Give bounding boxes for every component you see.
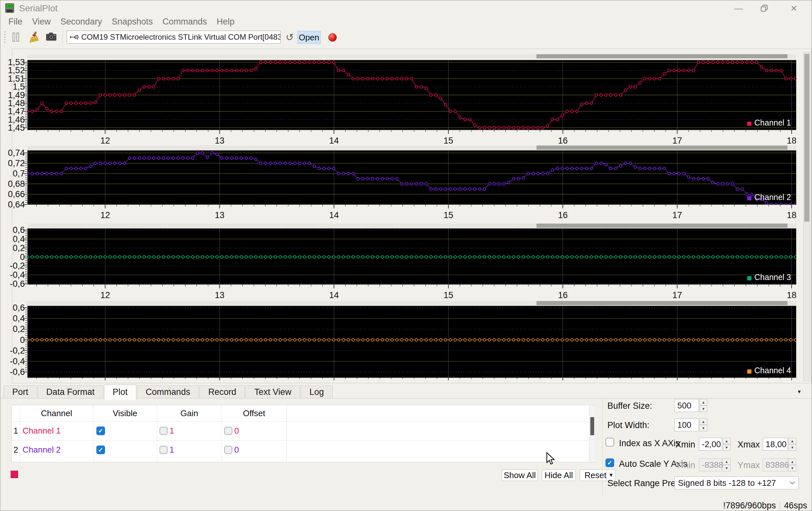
channel-name[interactable]: Channel 2	[20, 440, 96, 459]
offset-checkbox[interactable]	[224, 427, 232, 435]
plot-hscroll-thumb[interactable]	[536, 223, 787, 228]
plot-channel-3[interactable]: 0,60,40,20-0,2-0,4-0,612131415161718Chan…	[0, 221, 812, 301]
svg-text:0,4: 0,4	[12, 314, 25, 323]
offset-value[interactable]: 0	[234, 426, 239, 436]
port-selector-value: COM19 STMicroelectronics STLink Virtual …	[81, 33, 281, 42]
svg-text:0,2: 0,2	[12, 243, 25, 253]
visible-checkbox[interactable]: ✓	[96, 446, 105, 454]
xmax-label: Xmax	[737, 440, 760, 450]
tab-overflow-button[interactable]: ▾	[798, 388, 801, 395]
plot-width-spinbox[interactable]: 100 ▲▼	[674, 419, 707, 431]
ymax-arrows: ▲▼	[788, 458, 796, 471]
legend-swatch	[747, 276, 751, 280]
svg-text:-0,2: -0,2	[10, 346, 25, 355]
pause-button[interactable]	[12, 33, 21, 42]
gain-checkbox[interactable]	[160, 427, 168, 435]
minimize-button[interactable]: —	[731, 4, 746, 13]
ymin-value: -8388	[699, 458, 722, 471]
xmin-arrows[interactable]: ▲▼	[723, 438, 730, 451]
toolbar-drag-handle[interactable]	[4, 31, 5, 43]
index-x-axis-label: Index as X AXis	[619, 438, 680, 449]
col-header-offset[interactable]: Offset	[222, 405, 286, 421]
tab-record[interactable]: Record	[199, 385, 245, 398]
gain-checkbox[interactable]	[160, 446, 168, 454]
autoscale-y-checkbox[interactable]: ✓	[605, 458, 614, 467]
svg-text:0,64: 0,64	[8, 200, 25, 209]
hide-all-button[interactable]: Hide All	[542, 469, 576, 481]
gain-value[interactable]: 1	[170, 426, 174, 436]
table-scrollbar[interactable]	[589, 405, 595, 462]
statusbar: !7896/960bps 46sps	[0, 500, 812, 511]
close-button[interactable]: ✕	[787, 4, 801, 13]
menu-item-file[interactable]: File	[4, 17, 27, 27]
xmax-spinbox[interactable]: 18,00 ▲▼	[763, 438, 796, 451]
row-number: 1	[11, 421, 20, 440]
tab-log[interactable]: Log	[301, 385, 332, 398]
plot-hscroll-thumb[interactable]	[536, 54, 787, 58]
col-header-gain[interactable]: Gain	[157, 405, 222, 421]
xmax-value[interactable]: 18,00	[763, 438, 788, 451]
record-button[interactable]	[328, 33, 337, 42]
menu-item-help[interactable]: Help	[212, 17, 239, 27]
menu-item-commands[interactable]: Commands	[157, 17, 212, 27]
svg-text:14: 14	[329, 210, 339, 220]
table-scroll-thumb[interactable]	[590, 417, 594, 435]
port-selector-combobox[interactable]: COM19 STMicroelectronics STLink Virtual …	[67, 31, 281, 44]
menu-item-snapshots[interactable]: Snapshots	[107, 17, 158, 27]
svg-text:0,68: 0,68	[8, 179, 25, 189]
plot-channel-2[interactable]: 0,740,720,70,680,660,6412131415161718Cha…	[0, 143, 812, 221]
offset-cell: 0	[222, 421, 289, 440]
gain-value[interactable]: 1	[170, 445, 174, 455]
tab-text-view[interactable]: Text View	[245, 385, 300, 398]
range-preset-value: Signed 8 bits -128 to +127	[678, 478, 776, 488]
channel-name[interactable]: Channel 1	[20, 421, 96, 440]
offset-value[interactable]: 0	[234, 445, 239, 455]
plot-channel-1[interactable]: 1,531,521,511,51,491,481,471,461,4512131…	[0, 49, 812, 145]
status-bps: !7896/960bps	[723, 501, 776, 511]
chevron-down-icon	[789, 481, 795, 485]
plot-width-arrows[interactable]: ▲▼	[700, 419, 707, 431]
plot-hscroll-thumb[interactable]	[536, 145, 787, 150]
tab-port[interactable]: Port	[4, 385, 37, 398]
tabbar: PortData FormatPlotCommandsRecordText Vi…	[0, 383, 812, 398]
svg-text:17: 17	[672, 290, 682, 300]
titlebar: SerialPlot — ✕	[0, 0, 812, 15]
svg-text:16: 16	[558, 290, 568, 300]
show-all-button[interactable]: Show All	[502, 469, 538, 481]
legend-label: Channel 3	[754, 273, 791, 281]
tab-data-format[interactable]: Data Format	[38, 385, 104, 398]
open-port-button[interactable]: Open	[297, 31, 321, 44]
svg-text:13: 13	[214, 210, 224, 220]
plot-vscroll-thumb[interactable]	[804, 54, 809, 222]
xmin-label: Xmin	[675, 440, 695, 450]
buffer-size-spinbox[interactable]: 500 ▲▼	[674, 399, 707, 412]
snapshot-camera-button[interactable]	[46, 31, 57, 42]
svg-text:0,66: 0,66	[8, 189, 25, 199]
channel-color-swatch[interactable]	[11, 471, 18, 478]
plot-channel-4[interactable]: 0,60,40,20-0,2-0,4-0,6Channel 4	[0, 301, 812, 382]
clear-plot-button[interactable]	[29, 31, 39, 43]
plot-hscroll-thumb[interactable]	[536, 301, 787, 305]
svg-text:0,6: 0,6	[12, 225, 25, 235]
xmin-spinbox[interactable]: -2,00 ▲▼	[699, 438, 730, 451]
xmax-arrows[interactable]: ▲▼	[788, 438, 796, 451]
index-x-axis-checkbox[interactable]	[605, 438, 614, 447]
range-preset-select[interactable]: Signed 8 bits -128 to +127	[674, 477, 799, 489]
visible-checkbox[interactable]: ✓	[96, 427, 105, 435]
tab-plot[interactable]: Plot	[104, 384, 137, 400]
tab-commands[interactable]: Commands	[137, 385, 199, 398]
app-icon	[4, 3, 15, 14]
xmin-value[interactable]: -2,00	[699, 438, 722, 451]
restore-button[interactable]	[757, 4, 772, 13]
col-header-channel[interactable]: Channel	[20, 405, 93, 421]
refresh-ports-button[interactable]: ↺	[285, 31, 295, 44]
visible-cell: ✓	[93, 421, 160, 440]
plot-vertical-scrollbar[interactable]	[803, 52, 810, 381]
offset-checkbox[interactable]	[224, 446, 232, 454]
buffer-size-arrows[interactable]: ▲▼	[700, 399, 707, 412]
buffer-size-value[interactable]: 500	[674, 399, 699, 412]
menu-item-view[interactable]: View	[27, 17, 56, 27]
col-header-visible[interactable]: Visible	[93, 405, 157, 421]
plot-width-value[interactable]: 100	[674, 419, 699, 431]
menu-item-secondary[interactable]: Secondary	[56, 17, 107, 27]
